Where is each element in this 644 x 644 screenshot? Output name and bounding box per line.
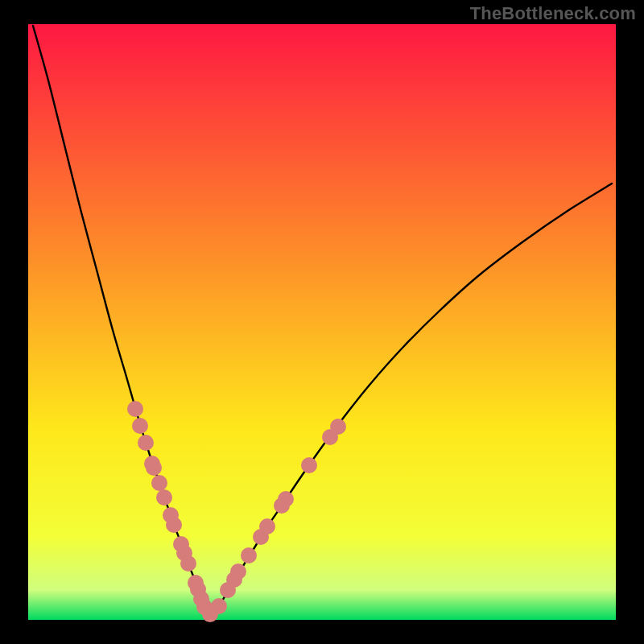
curve-marker bbox=[132, 418, 148, 434]
curve-marker bbox=[211, 598, 227, 614]
curve-marker bbox=[330, 419, 346, 435]
curve-marker bbox=[259, 518, 275, 535]
watermark-text: TheBottleneck.com bbox=[470, 3, 636, 24]
chart-stage: TheBottleneck.com bbox=[0, 0, 644, 644]
chart-svg bbox=[0, 0, 644, 644]
curve-marker bbox=[180, 555, 196, 572]
curve-marker bbox=[230, 564, 246, 580]
curve-marker bbox=[151, 475, 167, 491]
curve-marker bbox=[278, 491, 294, 507]
plot-area bbox=[28, 24, 616, 620]
curve-marker bbox=[156, 489, 172, 506]
curve-marker bbox=[241, 547, 257, 564]
curve-marker bbox=[138, 435, 154, 451]
curve-marker bbox=[146, 460, 162, 476]
curve-marker bbox=[166, 517, 182, 533]
curve-marker bbox=[301, 457, 317, 473]
curve-marker bbox=[127, 401, 143, 417]
